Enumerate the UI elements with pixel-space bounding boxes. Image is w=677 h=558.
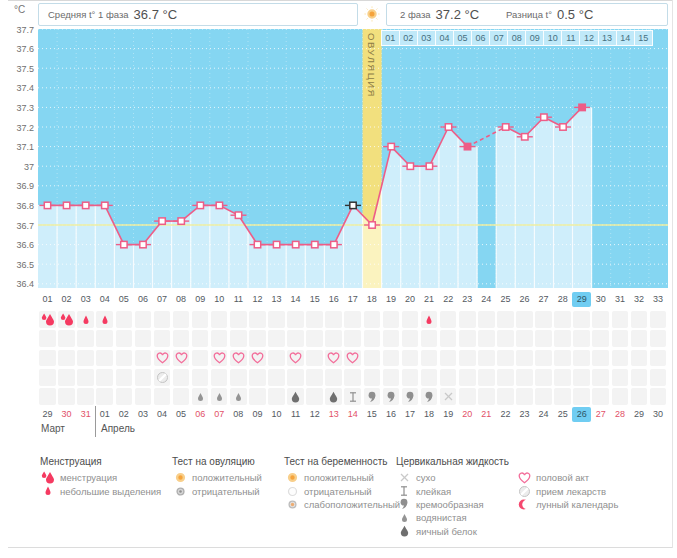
symptom-cell[interactable] [95, 368, 114, 387]
symptom-cell[interactable] [610, 349, 629, 368]
symptom-cell[interactable] [400, 368, 419, 387]
symptom-cell[interactable] [629, 349, 648, 368]
symptom-cell[interactable] [305, 329, 324, 348]
symptom-cell[interactable] [38, 329, 57, 348]
symptom-cell[interactable] [591, 310, 610, 329]
symptom-cell[interactable] [515, 349, 534, 368]
symptom-cell[interactable] [114, 310, 133, 329]
watery-cell[interactable] [229, 387, 248, 406]
symptom-cell[interactable] [534, 310, 553, 329]
menses-heavy-cell[interactable] [38, 310, 57, 329]
symptom-cell[interactable] [191, 368, 210, 387]
symptom-cell[interactable] [248, 368, 267, 387]
creamy-cell[interactable] [381, 387, 400, 406]
symptom-cell[interactable] [629, 310, 648, 329]
intercourse-cell[interactable] [210, 349, 229, 368]
symptom-cell[interactable] [629, 329, 648, 348]
symptom-cell[interactable] [439, 368, 458, 387]
menses-heavy-cell[interactable] [57, 310, 76, 329]
symptom-cell[interactable] [324, 310, 343, 329]
cycle-day-cell[interactable]: 03 [76, 292, 95, 307]
cycle-day-cell[interactable]: 06 [133, 292, 152, 307]
cycle-day-cell[interactable]: 29 [572, 292, 591, 307]
symptom-cell[interactable] [362, 349, 381, 368]
cycle-day-cell[interactable]: 11 [229, 292, 248, 307]
symptom-cell[interactable] [152, 329, 171, 348]
symptom-cell[interactable] [229, 310, 248, 329]
cycle-day-cell[interactable]: 17 [343, 292, 362, 307]
symptom-cell[interactable] [267, 387, 286, 406]
symptom-cell[interactable] [286, 329, 305, 348]
symptom-cell[interactable] [649, 310, 668, 329]
symptom-cell[interactable] [458, 349, 477, 368]
symptom-cell[interactable] [534, 368, 553, 387]
cycle-day-cell[interactable]: 22 [439, 292, 458, 307]
symptom-cell[interactable] [324, 329, 343, 348]
symptom-cell[interactable] [572, 349, 591, 368]
symptom-cell[interactable] [496, 329, 515, 348]
symptom-cell[interactable] [515, 310, 534, 329]
symptom-cell[interactable] [649, 329, 668, 348]
symptom-cell[interactable] [649, 387, 668, 406]
symptom-cell[interactable] [172, 387, 191, 406]
creamy-cell[interactable] [362, 387, 381, 406]
symptom-cell[interactable] [38, 349, 57, 368]
symptom-cell[interactable] [133, 368, 152, 387]
cycle-day-cell[interactable]: 30 [591, 292, 610, 307]
cycle-day-cell[interactable]: 02 [57, 292, 76, 307]
symptom-cell[interactable] [305, 310, 324, 329]
symptom-cell[interactable] [76, 387, 95, 406]
symptom-cell[interactable] [172, 329, 191, 348]
symptom-cell[interactable] [362, 368, 381, 387]
symptom-cell[interactable] [610, 387, 629, 406]
cycle-day-cell[interactable]: 08 [172, 292, 191, 307]
symptom-cell[interactable] [477, 310, 496, 329]
symptom-cell[interactable] [191, 310, 210, 329]
symptom-cell[interactable] [610, 368, 629, 387]
cycle-day-cell[interactable]: 04 [95, 292, 114, 307]
symptom-cell[interactable] [477, 349, 496, 368]
sticky-cell[interactable] [343, 387, 362, 406]
cycle-day-cell[interactable]: 32 [629, 292, 648, 307]
intercourse-cell[interactable] [343, 349, 362, 368]
symptom-cell[interactable] [591, 368, 610, 387]
symptom-cell[interactable] [381, 368, 400, 387]
symptom-cell[interactable] [229, 368, 248, 387]
symptom-cell[interactable] [572, 387, 591, 406]
symptom-cell[interactable] [420, 368, 439, 387]
symptom-cell[interactable] [610, 329, 629, 348]
symptom-cell[interactable] [133, 310, 152, 329]
watery-cell[interactable] [210, 387, 229, 406]
symptom-cell[interactable] [553, 349, 572, 368]
menses-light-cell[interactable] [95, 310, 114, 329]
symptom-cell[interactable] [591, 349, 610, 368]
symptom-cell[interactable] [76, 349, 95, 368]
symptom-cell[interactable] [305, 349, 324, 368]
intercourse-cell[interactable] [324, 349, 343, 368]
cycle-day-cell[interactable]: 10 [210, 292, 229, 307]
symptom-cell[interactable] [458, 387, 477, 406]
symptom-cell[interactable] [629, 387, 648, 406]
cycle-day-cell[interactable]: 26 [515, 292, 534, 307]
temperature-chart[interactable]: ОВУЛЯЦИЯ 010203040506070809101112131415 [38, 29, 668, 288]
symptom-cell[interactable] [400, 349, 419, 368]
symptom-cell[interactable] [553, 387, 572, 406]
symptom-cell[interactable] [496, 349, 515, 368]
symptom-cell[interactable] [152, 387, 171, 406]
cycle-day-cell[interactable]: 18 [362, 292, 381, 307]
symptom-cell[interactable] [210, 368, 229, 387]
symptom-cell[interactable] [439, 349, 458, 368]
cycle-day-cell[interactable]: 14 [286, 292, 305, 307]
creamy-cell[interactable] [420, 387, 439, 406]
symptom-cell[interactable] [400, 310, 419, 329]
menses-light-cell[interactable] [76, 310, 95, 329]
symptom-cell[interactable] [629, 368, 648, 387]
symptom-cell[interactable] [591, 329, 610, 348]
symptom-cell[interactable] [38, 387, 57, 406]
symptom-cell[interactable] [534, 387, 553, 406]
symptom-cell[interactable] [76, 329, 95, 348]
symptom-cell[interactable] [572, 329, 591, 348]
intercourse-cell[interactable] [248, 349, 267, 368]
cycle-day-cell[interactable]: 09 [191, 292, 210, 307]
symptom-cell[interactable] [515, 329, 534, 348]
